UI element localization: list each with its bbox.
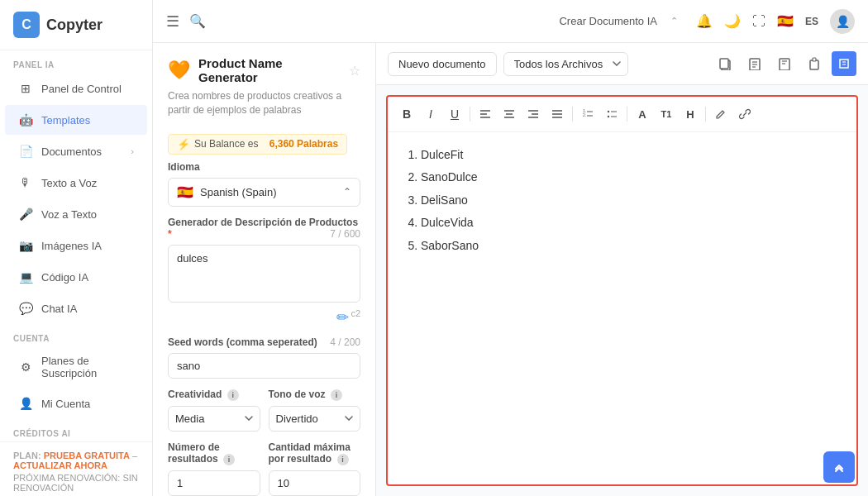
- lang-name: Spanish (Spain): [200, 186, 336, 198]
- bold-button[interactable]: B: [396, 103, 417, 125]
- star-icon[interactable]: ☆: [349, 63, 360, 79]
- align-justify-button[interactable]: [546, 103, 568, 125]
- cuenta-section-label: CUENTA: [0, 324, 152, 346]
- editor-icon-alt[interactable]: [772, 51, 797, 76]
- chat-icon: 💬: [18, 301, 33, 316]
- tono-col: Tono de voz i Divertido: [269, 389, 361, 432]
- list-item: SaborSano: [421, 236, 840, 255]
- desc-char-count: 7 / 600: [330, 228, 360, 240]
- bell-icon[interactable]: 🔔: [696, 13, 713, 29]
- editor-toolbar-icons: [713, 51, 856, 76]
- crear-documento-label[interactable]: Crear Documento IA: [559, 15, 657, 27]
- cantidad-label: Cantidad máxima por resultado i: [269, 441, 361, 465]
- editor-icon-copy[interactable]: [713, 51, 737, 76]
- font-color-button[interactable]: A: [632, 103, 653, 125]
- sidebar-item-mi-cuenta[interactable]: 👤 Mi Cuenta: [5, 389, 147, 418]
- seed-input[interactable]: sano: [168, 353, 360, 379]
- edit-badge: c2: [351, 308, 360, 327]
- list-item: DeliSano: [421, 191, 840, 209]
- format-divider-3: [627, 107, 627, 122]
- sidebar-item-label: Código IA: [41, 271, 88, 284]
- editor-panel: Nuevo documento Todos los Archivos: [376, 43, 868, 496]
- sidebar-item-panel-control[interactable]: ⊞ Panel de Control: [5, 74, 147, 103]
- align-right-button[interactable]: [522, 103, 544, 125]
- gear-icon: ⚙: [18, 360, 33, 374]
- cantidad-col: Cantidad máxima por resultado i 10: [269, 441, 361, 496]
- scroll-to-top-button[interactable]: [823, 451, 855, 483]
- editor-topbar: Nuevo documento Todos los Archivos: [376, 43, 868, 85]
- text-size-button[interactable]: T1: [656, 103, 677, 125]
- moon-icon[interactable]: 🌙: [724, 13, 741, 29]
- creatividad-info-icon[interactable]: i: [227, 389, 239, 401]
- creatividad-select[interactable]: Media: [168, 406, 260, 432]
- pen-button[interactable]: [710, 103, 732, 125]
- editor-icon-text[interactable]: [742, 51, 767, 76]
- svg-text:2.: 2.: [583, 112, 586, 117]
- panel-area: 🧡 Product Name Generator ☆ Crea nombres …: [153, 43, 868, 496]
- search-icon[interactable]: 🔍: [189, 13, 206, 29]
- format-divider-1: [470, 107, 470, 122]
- cantidad-input[interactable]: 10: [269, 470, 361, 496]
- form-panel-header: 🧡 Product Name Generator ☆ Crea nombres …: [153, 43, 375, 127]
- format-divider-2: [572, 107, 573, 122]
- editor-list: DulceFit SanoDulce DeliSano DulceVida Sa…: [404, 145, 840, 255]
- lang-code: ES: [805, 16, 818, 27]
- desc-textarea[interactable]: dulces: [168, 245, 360, 303]
- sidebar-item-voz-a-texto[interactable]: 🎤 Voz a Texto: [5, 199, 147, 229]
- logo-icon: C: [13, 12, 40, 38]
- sidebar-item-label: Voz a Texto: [41, 208, 97, 221]
- svg-point-29: [608, 111, 609, 112]
- flag-icon: 🇪🇸: [777, 13, 794, 29]
- cantidad-info-icon[interactable]: i: [337, 454, 349, 465]
- new-document-button[interactable]: Nuevo documento: [388, 52, 497, 76]
- num-resultados-info-icon[interactable]: i: [223, 454, 235, 465]
- language-selector[interactable]: 🇪🇸 Spanish (Spain) ⌃: [168, 178, 360, 207]
- format-divider-4: [705, 107, 706, 122]
- sidebar-item-imagenes-ia[interactable]: 📷 Imágenes IA: [5, 231, 147, 260]
- topbar: ☰ 🔍 Crear Documento IA ⌃ 🔔 🌙 ⛶ 🇪🇸 ES 👤: [153, 0, 868, 43]
- template-icon: 🧡: [168, 60, 190, 81]
- editor-box: B I U: [386, 95, 858, 486]
- user-avatar[interactable]: 👤: [830, 9, 855, 34]
- sidebar-item-templates[interactable]: 🤖 Templates: [5, 105, 147, 135]
- link-button[interactable]: [734, 103, 756, 125]
- sidebar-item-chat-ia[interactable]: 💬 Chat IA: [5, 293, 147, 323]
- underline-button[interactable]: U: [444, 103, 465, 125]
- form-panel-title: Product Name Generator: [198, 56, 341, 84]
- mic-icon: 🎙: [18, 175, 33, 190]
- editor-icon-paste[interactable]: [802, 51, 827, 76]
- ordered-list-button[interactable]: 1.2.: [577, 103, 599, 125]
- sidebar-item-texto-a-voz[interactable]: 🎙 Texto a Voz: [5, 168, 147, 198]
- sidebar-item-codigo-ia[interactable]: 💻 Código IA: [5, 262, 147, 292]
- align-left-button[interactable]: [475, 103, 496, 125]
- fullscreen-icon[interactable]: ⛶: [752, 14, 765, 29]
- edit-icon[interactable]: ✏: [336, 308, 349, 327]
- unordered-list-button[interactable]: [601, 103, 622, 125]
- textarea-footer: ✏ c2: [168, 308, 360, 327]
- align-center-button[interactable]: [498, 103, 520, 125]
- code-icon: 💻: [18, 269, 33, 284]
- idioma-label: Idioma: [168, 161, 360, 173]
- editor-icon-active[interactable]: [832, 51, 856, 76]
- tono-select[interactable]: Divertido: [269, 406, 361, 432]
- sidebar-item-documentos[interactable]: 📄 Documentos ›: [5, 136, 147, 166]
- italic-button[interactable]: I: [420, 103, 441, 125]
- heading-button[interactable]: H: [680, 103, 701, 125]
- sidebar-item-planes[interactable]: ⚙ Planes de Suscripción: [5, 347, 147, 387]
- user-icon: 👤: [18, 396, 33, 411]
- upgrade-link[interactable]: ACTUALIZAR AHORA: [13, 460, 107, 470]
- seed-label: Seed words (comma seperated) 4 / 200: [168, 336, 360, 348]
- num-resultados-label: Número de resultados i: [168, 441, 260, 465]
- balance-value: 6,360 Palabras: [269, 138, 338, 150]
- plan-type-label[interactable]: PRUEBA GRATUITA: [44, 451, 130, 460]
- renovacion-label: PRÓXIMA RENOVACIÓN: SIN RENOVACIÓN: [13, 473, 139, 493]
- hamburger-icon[interactable]: ☰: [166, 12, 179, 31]
- num-resultados-input[interactable]: 1: [168, 470, 260, 496]
- tono-info-icon[interactable]: i: [331, 389, 342, 401]
- svg-rect-6: [780, 59, 789, 70]
- crear-chevron-icon: ⌃: [670, 16, 678, 26]
- sidebar-item-label: Texto a Voz: [41, 177, 97, 189]
- logo-name: Copyter: [46, 17, 103, 34]
- files-selector[interactable]: Todos los Archivos: [503, 52, 628, 76]
- editor-text-area[interactable]: DulceFit SanoDulce DeliSano DulceVida Sa…: [388, 132, 856, 484]
